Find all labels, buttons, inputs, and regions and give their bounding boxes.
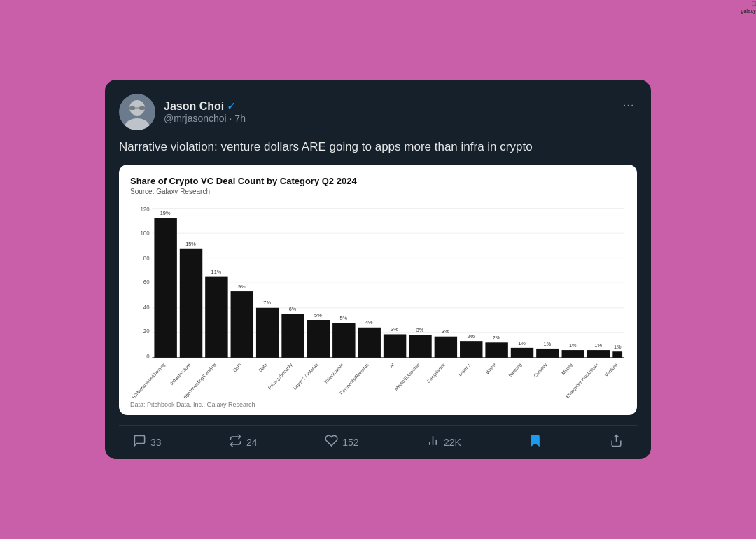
svg-text:Banking: Banking bbox=[507, 362, 523, 379]
svg-text:1%: 1% bbox=[594, 342, 602, 349]
svg-rect-3 bbox=[130, 106, 135, 110]
views-action[interactable]: 22K bbox=[426, 434, 461, 451]
verified-icon: ✓ bbox=[227, 99, 236, 113]
chart-title: Share of Crypto VC Deal Count by Categor… bbox=[130, 176, 357, 186]
tweet-header-left: Jason Choi ✓ @mrjasonchoi · 7h bbox=[119, 94, 246, 130]
avatar bbox=[119, 94, 155, 130]
bar-ai bbox=[384, 335, 406, 358]
user-name-row: Jason Choi ✓ bbox=[164, 99, 246, 113]
svg-text:Infrastructure: Infrastructure bbox=[169, 362, 191, 386]
svg-text:1%: 1% bbox=[544, 341, 552, 347]
bar-web3 bbox=[154, 218, 176, 358]
svg-text:1%: 1% bbox=[569, 342, 577, 349]
chart-container: Share of Crypto VC Deal Count by Categor… bbox=[119, 164, 637, 415]
retweet-count: 24 bbox=[246, 437, 258, 448]
svg-text:6%: 6% bbox=[289, 306, 297, 312]
bar-banking bbox=[511, 348, 533, 358]
svg-text:Tokenization: Tokenization bbox=[323, 362, 344, 385]
galaxy-logo: □galaxy bbox=[741, 0, 756, 14]
svg-text:AI: AI bbox=[388, 362, 395, 369]
bar-layer1 bbox=[460, 342, 482, 358]
svg-text:0: 0 bbox=[146, 354, 150, 360]
share-icon bbox=[610, 434, 623, 451]
svg-text:100: 100 bbox=[140, 230, 150, 237]
bar-defi bbox=[231, 291, 253, 358]
svg-text:9%: 9% bbox=[238, 284, 246, 290]
svg-text:Data: Data bbox=[258, 362, 267, 373]
bar-enterprise bbox=[587, 350, 610, 358]
bar-media bbox=[409, 335, 431, 358]
like-action[interactable]: 152 bbox=[325, 434, 358, 451]
bar-mining bbox=[562, 350, 584, 358]
svg-text:Venture: Venture bbox=[604, 362, 618, 377]
svg-text:DeFi: DeFi bbox=[232, 362, 243, 373]
bar-payments bbox=[358, 328, 380, 358]
svg-text:80: 80 bbox=[144, 255, 150, 262]
svg-text:Privacy/Security: Privacy/Security bbox=[267, 362, 294, 391]
comment-action[interactable]: 33 bbox=[133, 434, 162, 451]
svg-text:3%: 3% bbox=[391, 326, 398, 332]
svg-text:120: 120 bbox=[140, 206, 150, 213]
tweet-text: Narrative violation: venture dollars ARE… bbox=[119, 139, 637, 155]
user-handle[interactable]: @mrjasonchoi bbox=[164, 113, 227, 124]
svg-text:3%: 3% bbox=[442, 328, 449, 335]
svg-text:11%: 11% bbox=[211, 269, 222, 275]
svg-text:3%: 3% bbox=[416, 327, 424, 333]
more-options-button[interactable]: ··· bbox=[620, 94, 637, 115]
svg-text:Payments/Rewards: Payments/Rewards bbox=[339, 362, 370, 396]
user-handle-time: @mrjasonchoi · 7h bbox=[164, 113, 246, 124]
svg-text:Compliance: Compliance bbox=[426, 362, 447, 384]
chart-source: Source: Galaxy Research bbox=[130, 188, 357, 195]
retweet-icon bbox=[229, 434, 242, 451]
svg-text:1%: 1% bbox=[614, 344, 622, 350]
bar-chart: 120 100 80 60 40 20 0 19% bbox=[130, 202, 626, 398]
svg-text:20: 20 bbox=[144, 328, 150, 335]
svg-rect-4 bbox=[139, 106, 145, 110]
tweet-header: Jason Choi ✓ @mrjasonchoi · 7h ··· bbox=[119, 94, 637, 130]
views-count: 22K bbox=[444, 437, 461, 448]
svg-text:4%: 4% bbox=[365, 320, 373, 326]
bar-infrastructure bbox=[180, 249, 202, 358]
bar-tokenization bbox=[332, 323, 355, 358]
comment-icon bbox=[133, 434, 146, 451]
chart-area: 120 100 80 60 40 20 0 19% bbox=[130, 202, 626, 398]
svg-text:Custody: Custody bbox=[533, 362, 548, 379]
svg-text:5%: 5% bbox=[340, 315, 348, 321]
bar-custody bbox=[536, 349, 559, 358]
bar-layer2 bbox=[307, 320, 330, 358]
svg-text:1%: 1% bbox=[518, 340, 526, 346]
svg-text:Media/Education: Media/Education bbox=[393, 362, 421, 391]
svg-text:Layer 1: Layer 1 bbox=[458, 362, 472, 378]
retweet-action[interactable]: 24 bbox=[229, 434, 258, 451]
bookmark-action[interactable] bbox=[528, 434, 542, 451]
heart-icon bbox=[325, 434, 338, 451]
bookmark-icon bbox=[528, 434, 542, 451]
svg-text:60: 60 bbox=[144, 279, 150, 286]
bar-compliance bbox=[435, 337, 457, 358]
svg-text:Wallet: Wallet bbox=[485, 362, 497, 375]
bar-data bbox=[256, 308, 279, 358]
chart-footer: Data: Pitchbook Data, Inc., Galaxy Resea… bbox=[130, 401, 626, 408]
tweet-card: Jason Choi ✓ @mrjasonchoi · 7h ··· Narra… bbox=[105, 80, 651, 460]
chart-icon bbox=[426, 434, 440, 451]
svg-text:7%: 7% bbox=[263, 300, 271, 307]
svg-text:40: 40 bbox=[144, 304, 150, 311]
bar-trading bbox=[205, 277, 227, 358]
bar-wallet bbox=[485, 343, 507, 358]
svg-text:Mining: Mining bbox=[561, 362, 574, 377]
svg-text:2%: 2% bbox=[493, 335, 500, 341]
user-info: Jason Choi ✓ @mrjasonchoi · 7h bbox=[164, 99, 246, 124]
svg-text:15%: 15% bbox=[186, 241, 196, 248]
svg-text:19%: 19% bbox=[160, 210, 171, 216]
like-count: 152 bbox=[342, 437, 358, 448]
tweet-actions: 33 24 152 bbox=[119, 425, 637, 459]
comment-count: 33 bbox=[150, 437, 162, 448]
tweet-time: 7h bbox=[234, 113, 246, 124]
svg-text:5%: 5% bbox=[314, 312, 322, 318]
bar-venture bbox=[612, 352, 622, 358]
bar-privacy bbox=[281, 314, 304, 358]
svg-text:Layer 2 / Interop: Layer 2 / Interop bbox=[293, 362, 319, 391]
share-action[interactable] bbox=[610, 434, 623, 451]
user-name[interactable]: Jason Choi bbox=[164, 100, 224, 113]
svg-text:2%: 2% bbox=[467, 333, 475, 340]
